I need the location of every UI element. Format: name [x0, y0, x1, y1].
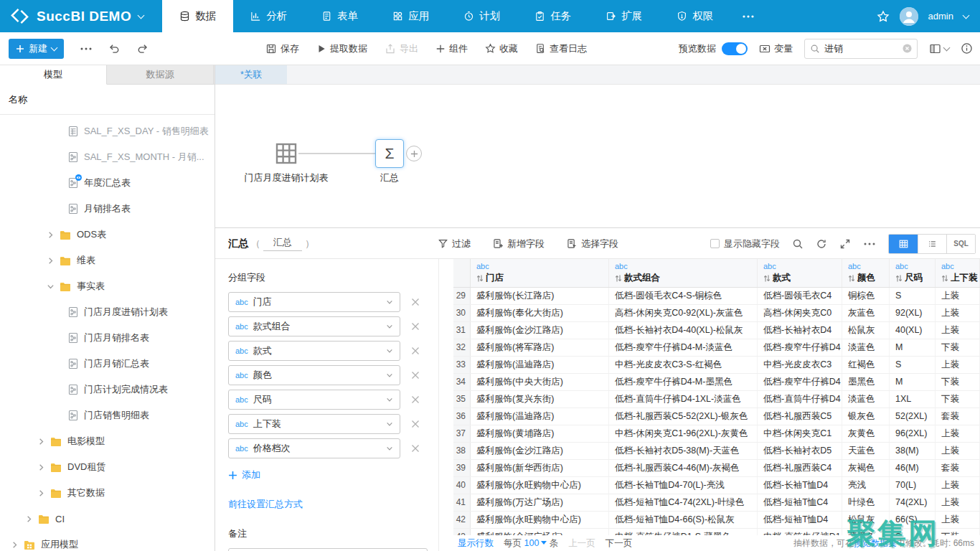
nav-tab-form[interactable]: 表单	[304, 0, 375, 32]
table-row[interactable]: 38盛利服饰(金沙江路店)低档-长袖衬衣D5-38(M)-天蓝色低档-长袖衬衣D…	[453, 443, 980, 460]
columns-layout-button[interactable]	[929, 43, 949, 55]
search-input[interactable]	[824, 43, 898, 54]
table-row[interactable]: 35盛利服饰(复兴东街)低档-直筒牛仔裤D4-1XL-淡蓝色低档-直筒牛仔裤D4…	[453, 391, 980, 408]
table-row[interactable]: 42盛利服饰(永旺购物中心店)低档-短袖T恤D4-66(S)-松鼠灰低档-短袖T…	[453, 512, 980, 529]
sort-icon[interactable]	[895, 274, 903, 283]
chevron-right-icon[interactable]	[9, 541, 19, 549]
table-row[interactable]: 30盛利服饰(奉化大街店)高档-休闲夹克C0-92(XL)-灰蓝色高档-休闲夹克…	[453, 305, 980, 322]
tree-folder[interactable]: 应用模型	[0, 532, 215, 551]
chevron-right-icon[interactable]	[45, 231, 55, 239]
remove-field-button[interactable]	[410, 346, 420, 356]
table-row[interactable]: 36盛利服饰(温迪路店)低档-礼服西装C5-52(2XL)-银灰色低档-礼服西装…	[453, 408, 980, 425]
group-field-select[interactable]: abc款式组合	[228, 316, 400, 336]
clear-search-icon[interactable]	[903, 44, 912, 53]
table-row[interactable]: 41盛利服饰(万达广场店)低档-短袖T恤C4-74(2XL)-叶绿色低档-短袖T…	[453, 494, 980, 512]
column-header[interactable]: abc上下装	[936, 259, 980, 287]
remove-field-button[interactable]	[410, 370, 420, 380]
prev-page-button[interactable]: 上一页	[568, 537, 595, 550]
sort-icon[interactable]	[941, 274, 948, 283]
node-name-input[interactable]: 汇总	[263, 236, 302, 251]
avatar[interactable]	[900, 7, 918, 26]
app-brand[interactable]: SuccBI DEMO	[0, 0, 162, 32]
refresh-icon[interactable]	[816, 238, 827, 250]
column-header[interactable]: abc颜色	[842, 259, 890, 287]
list-view-button[interactable]	[918, 235, 946, 253]
tree-folder[interactable]: CI	[0, 506, 215, 532]
new-button[interactable]: 新建	[9, 39, 64, 59]
filter-button[interactable]: 过滤	[438, 237, 471, 250]
nav-tab-task[interactable]: 任务	[517, 0, 588, 32]
chevron-right-icon[interactable]	[45, 257, 55, 265]
nav-tab-application[interactable]: 应用	[375, 0, 446, 32]
remove-field-button[interactable]	[410, 321, 420, 331]
tree-folder[interactable]: 电影模型	[0, 428, 215, 454]
extract-data-button[interactable]: 提取数据	[316, 42, 367, 55]
remove-field-button[interactable]	[410, 419, 420, 429]
sort-icon[interactable]	[763, 274, 771, 283]
note-textarea[interactable]	[228, 548, 428, 551]
tree-item[interactable]: 月销排名表	[0, 196, 215, 222]
group-field-select[interactable]: abc门店	[228, 292, 400, 312]
chevron-right-icon[interactable]	[24, 515, 34, 523]
table-row[interactable]: 39盛利服饰(新华西街店)低档-礼服西装C4-46(M)-灰褐色低档-礼服西装C…	[453, 460, 980, 477]
table-row[interactable]: 32盛利服饰(将军路店)低档-瘦窄牛仔裤D4-M-淡蓝色低档-瘦窄牛仔裤D4淡蓝…	[453, 339, 980, 357]
tree-folder[interactable]: 其它数据	[0, 480, 215, 506]
summary-settings-link[interactable]: 前往设置汇总方式	[228, 498, 438, 511]
component-button[interactable]: 组件	[435, 42, 468, 55]
tab-relation[interactable]: *关联	[215, 65, 287, 84]
group-field-select[interactable]: abc价格档次	[228, 438, 400, 458]
chevron-right-icon[interactable]	[36, 463, 46, 471]
grid-view-button[interactable]	[889, 235, 918, 253]
tree-item[interactable]: 门店月销排名表	[0, 325, 215, 351]
add-field-link[interactable]: 添加	[228, 468, 438, 481]
add-node-button[interactable]	[406, 146, 422, 161]
expand-icon[interactable]	[839, 238, 851, 250]
column-header[interactable]: abc款式组合	[609, 259, 758, 287]
column-header[interactable]: abc尺码	[890, 259, 936, 287]
chevron-down-icon[interactable]	[45, 283, 55, 291]
tree-folder[interactable]: 维表	[0, 248, 215, 273]
remove-field-button[interactable]	[410, 443, 420, 453]
nav-tab-plan[interactable]: 计划	[446, 0, 517, 32]
tree-item[interactable]: 年度汇总表	[0, 170, 215, 196]
table-search-icon[interactable]	[792, 238, 804, 250]
nav-tab-analysis[interactable]: 分析	[233, 0, 304, 32]
column-header[interactable]: abc门店	[471, 259, 609, 287]
table-row[interactable]: 34盛利服饰(中央大街店)低档-瘦窄牛仔裤D4-M-墨黑色低档-瘦窄牛仔裤D4墨…	[453, 374, 980, 391]
tree-item[interactable]: SAL_F_XS_DAY - 销售明细表	[0, 118, 215, 144]
column-header[interactable]: abc款式	[758, 259, 842, 287]
user-name[interactable]: admin	[928, 11, 953, 22]
table-row[interactable]: 31盛利服饰(金沙江路店)低档-长袖衬衣D4-40(XL)-松鼠灰低档-长袖衬衣…	[453, 322, 980, 339]
source-table-node[interactable]	[275, 142, 298, 165]
table-row[interactable]: 33盛利服饰(温迪路店)中档-光皮皮衣C3-S-红褐色中档-光皮皮衣C3红褐色S…	[453, 357, 980, 374]
table-row[interactable]: 29盛利服饰(长江路店)低档-圆领毛衣C4-S-铜棕色低档-圆领毛衣C4铜棕色S…	[453, 288, 980, 305]
tab-datasource[interactable]: 数据源	[107, 65, 214, 85]
tab-model[interactable]: 模型	[0, 65, 107, 85]
tree-folder[interactable]: ODS表	[0, 222, 215, 248]
summary-node[interactable]: Σ	[375, 139, 404, 168]
redo-icon[interactable]	[136, 42, 149, 55]
next-page-button[interactable]: 下一页	[606, 537, 633, 550]
undo-icon[interactable]	[108, 42, 121, 55]
remove-field-button[interactable]	[410, 395, 420, 405]
remove-field-button[interactable]	[410, 297, 420, 307]
group-field-select[interactable]: abc上下装	[228, 414, 400, 434]
sort-icon[interactable]	[848, 274, 855, 283]
nav-tab-permission[interactable]: 权限	[659, 0, 730, 32]
nav-more-button[interactable]	[730, 0, 766, 32]
more-options-icon[interactable]	[863, 238, 876, 250]
variable-button[interactable]: 变量	[759, 42, 793, 55]
tree-item[interactable]: 门店月度进销计划表	[0, 299, 215, 325]
model-canvas[interactable]: *关联 门店月度进销计划表 Σ 汇总	[215, 65, 980, 227]
sort-icon[interactable]	[615, 274, 622, 283]
save-button[interactable]: 保存	[265, 42, 299, 55]
group-field-select[interactable]: abc尺码	[228, 390, 400, 410]
row-count-link[interactable]: 显示行数	[458, 537, 494, 550]
chevron-right-icon[interactable]	[36, 438, 46, 446]
info-icon[interactable]	[961, 42, 973, 55]
preview-data-toggle[interactable]	[722, 42, 748, 55]
tree-item[interactable]: 门店月销汇总表	[0, 351, 215, 377]
tree-folder[interactable]: DVD租赁	[0, 454, 215, 480]
nav-tab-extension[interactable]: 扩展	[588, 0, 659, 32]
per-page-select[interactable]: 100	[524, 538, 547, 548]
